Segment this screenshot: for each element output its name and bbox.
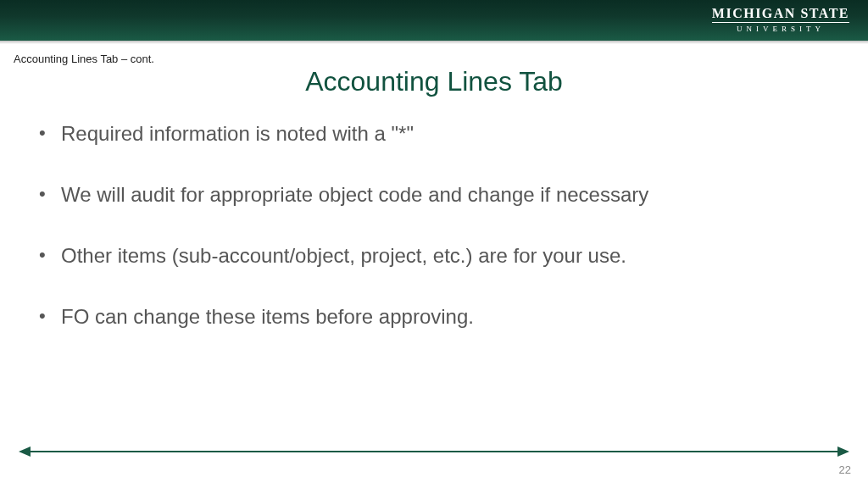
breadcrumb: Accounting Lines Tab – cont. (14, 53, 154, 65)
logo-sub-text: UNIVERSITY (712, 23, 849, 33)
bullet-item: We will audit for appropriate object cod… (61, 182, 827, 208)
header-band: MICHIGAN STATE UNIVERSITY (0, 0, 868, 41)
header-shadow (0, 41, 868, 44)
bullet-item: FO can change these items before approvi… (61, 304, 827, 330)
slide-title: Accounting Lines Tab (0, 66, 868, 97)
logo-main-text: MICHIGAN STATE (712, 7, 849, 23)
university-logo: MICHIGAN STATE UNIVERSITY (712, 7, 849, 33)
page-number: 22 (839, 463, 851, 476)
bullet-item: Required information is noted with a "*" (61, 121, 827, 147)
content-area: Required information is noted with a "*"… (61, 121, 827, 330)
bullet-item: Other items (sub-account/object, project… (61, 243, 827, 269)
slide: MICHIGAN STATE UNIVERSITY Accounting Lin… (0, 0, 868, 488)
bullet-list: Required information is noted with a "*"… (61, 121, 827, 330)
footer-divider (20, 451, 848, 452)
